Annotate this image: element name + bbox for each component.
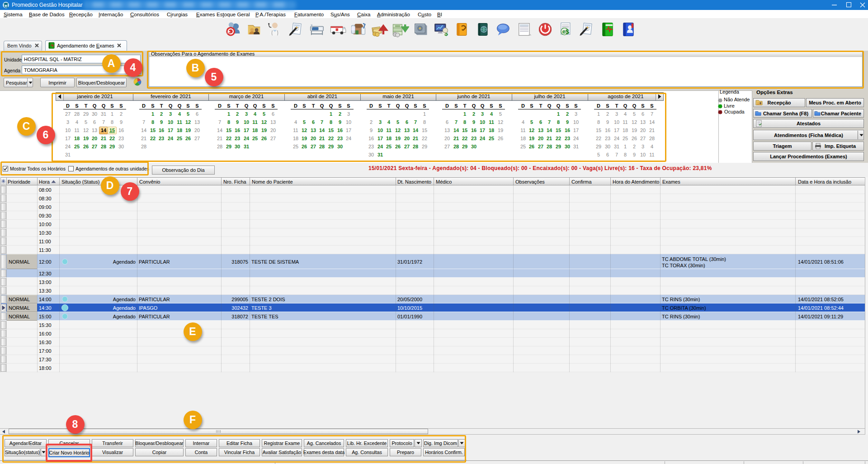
svg-text:$: $: [566, 28, 569, 35]
